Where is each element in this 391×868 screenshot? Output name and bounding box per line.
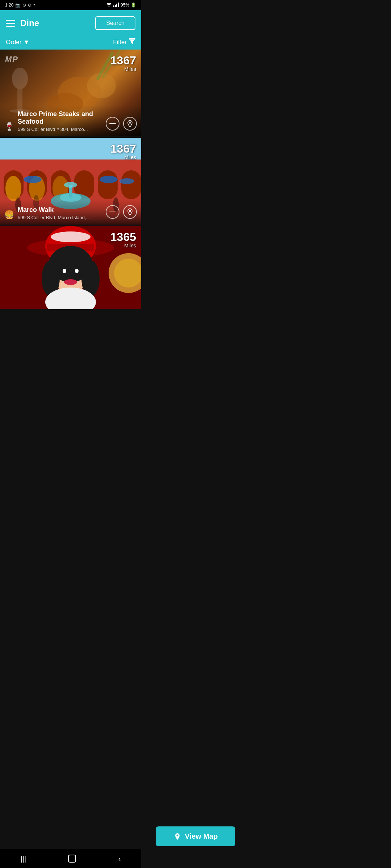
svg-rect-2 <box>115 5 116 7</box>
restaurant-1-info: 🍷 Marco Prime Steaks and Seafood 599 S C… <box>4 110 106 132</box>
restaurant-2-location-button[interactable] <box>123 205 137 219</box>
svg-point-35 <box>119 178 134 184</box>
battery-text: 95% <box>121 3 129 8</box>
restaurant-card-3[interactable]: 1365 Miles <box>0 226 141 309</box>
svg-line-56 <box>67 264 67 266</box>
filter-button[interactable]: Filter <box>113 38 135 46</box>
status-time: 1:20 <box>5 3 13 8</box>
restaurant-3-miles-label: Miles <box>110 243 136 248</box>
svg-rect-16 <box>109 123 116 124</box>
signal-icon <box>113 3 119 8</box>
restaurant-1-miles-label: Miles <box>110 66 136 72</box>
camera-icon: 📷 <box>15 3 21 8</box>
restaurant-1-address: 599 S Collier Blvd # 304, Marco... <box>18 127 106 132</box>
record-icon: ⊙ <box>22 3 26 8</box>
restaurant-card-1[interactable]: MP 1367 Miles 🍷 Marco Prime Steaks and S… <box>0 50 141 136</box>
svg-point-44 <box>51 231 91 242</box>
search-button[interactable]: Search <box>95 16 135 30</box>
svg-point-60 <box>64 279 77 285</box>
svg-line-57 <box>74 264 74 266</box>
restaurant-2-miles-number: 1367 <box>110 143 136 154</box>
svg-point-52 <box>63 269 66 273</box>
restaurant-1-actions <box>106 117 137 131</box>
app-title: Dine <box>20 18 39 28</box>
svg-point-34 <box>100 176 118 183</box>
svg-marker-6 <box>129 39 135 44</box>
svg-rect-39 <box>109 212 116 212</box>
battery-icon: 🔋 <box>131 3 136 8</box>
restaurant-2-miles-label: Miles <box>110 154 136 160</box>
restaurant-1-text: Marco Prime Steaks and Seafood 599 S Col… <box>18 110 106 132</box>
svg-point-11 <box>87 73 116 98</box>
restaurant-1-remove-button[interactable] <box>106 117 119 131</box>
svg-point-40 <box>129 210 131 212</box>
restaurant-2-distance: 1367 Miles <box>110 143 136 160</box>
order-button[interactable]: Order ▼ <box>6 39 29 46</box>
hamburger-line-3 <box>6 26 15 27</box>
restaurant-3-distance: 1365 Miles <box>110 231 136 248</box>
order-label: Order <box>6 39 21 46</box>
restaurant-card-2[interactable]: 1367 Miles 🍔 Marco Walk 599 S Collier Bl… <box>0 138 141 225</box>
svg-point-33 <box>24 176 42 183</box>
svg-point-32 <box>64 182 77 188</box>
restaurant-2-address: 599 S Collier Blvd, Marco Island,... <box>18 215 106 220</box>
restaurant-2-name: Marco Walk <box>18 206 106 214</box>
toolbar: Order ▼ Filter <box>0 36 141 50</box>
filter-icon <box>129 38 135 46</box>
header-left: Dine <box>6 18 39 28</box>
hamburger-line-1 <box>6 20 15 21</box>
svg-point-26 <box>5 176 21 201</box>
svg-rect-24 <box>98 170 118 199</box>
restaurant-1-miles-number: 1367 <box>110 55 136 66</box>
restaurant-1-overlay: 🍷 Marco Prime Steaks and Seafood 599 S C… <box>0 105 141 136</box>
header: Dine Search <box>0 10 141 36</box>
restaurant-1-name: Marco Prime Steaks and Seafood <box>18 110 106 126</box>
status-bar: 1:20 📷 ⊙ ⊖ • 95% 🔋 <box>0 0 141 10</box>
restaurant-2-info: 🍔 Marco Walk 599 S Collier Blvd, Marco I… <box>4 206 106 220</box>
svg-point-53 <box>75 269 79 273</box>
wifi-icon <box>106 3 112 8</box>
svg-point-17 <box>129 122 131 123</box>
restaurant-2-remove-button[interactable] <box>106 205 119 219</box>
hamburger-menu-button[interactable] <box>6 20 15 27</box>
restaurant-1-distance: 1367 Miles <box>110 55 136 72</box>
order-dropdown-icon: ▼ <box>23 39 29 46</box>
minus-icon: ⊖ <box>28 3 31 8</box>
restaurant-list: MP 1367 Miles 🍷 Marco Prime Steaks and S… <box>0 50 141 309</box>
svg-rect-1 <box>113 5 114 7</box>
svg-rect-4 <box>118 3 119 7</box>
status-right: 95% 🔋 <box>106 3 136 8</box>
filter-label: Filter <box>113 39 127 46</box>
hamburger-line-2 <box>6 23 15 24</box>
restaurant-1-type-icon: 🍷 <box>4 122 14 131</box>
restaurant-2-overlay: 🍔 Marco Walk 599 S Collier Blvd, Marco I… <box>0 200 141 225</box>
status-left: 1:20 📷 ⊙ ⊖ • <box>5 3 35 8</box>
svg-point-0 <box>108 5 109 7</box>
dot-icon: • <box>33 3 35 8</box>
svg-point-7 <box>12 68 28 89</box>
restaurant-3-miles-number: 1365 <box>110 231 136 243</box>
restaurant-1-location-button[interactable] <box>123 117 137 131</box>
svg-rect-25 <box>121 170 141 199</box>
restaurant-1-monogram: MP <box>5 55 18 64</box>
restaurant-2-type-icon: 🍔 <box>4 210 14 220</box>
restaurant-2-actions <box>106 205 137 219</box>
svg-rect-3 <box>116 4 117 7</box>
restaurant-2-text: Marco Walk 599 S Collier Blvd, Marco Isl… <box>18 206 106 220</box>
